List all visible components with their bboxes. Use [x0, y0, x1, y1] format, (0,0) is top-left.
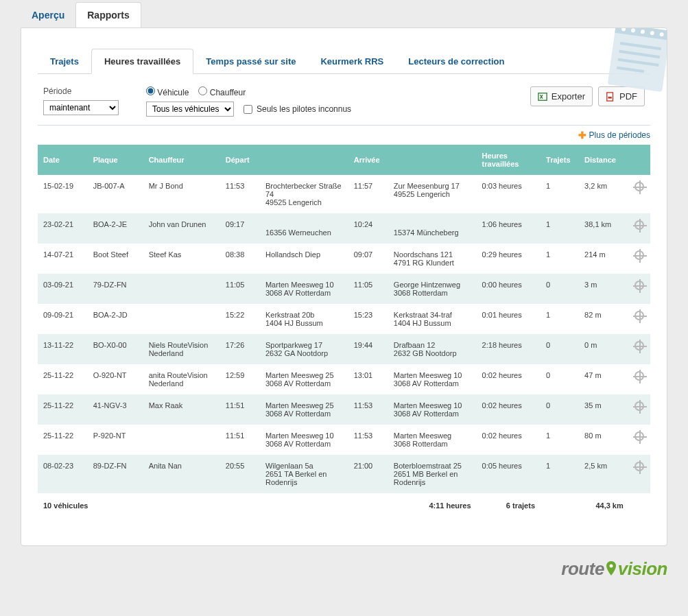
th-plate[interactable]: Plaque — [88, 145, 143, 175]
cell: George Hintzenweg 3068 Rotterdam — [388, 274, 477, 304]
unknown-only-label: Seuls les pilotes inconnus — [257, 104, 351, 114]
brand-vision: vision — [618, 558, 667, 580]
unknown-only-checkbox[interactable] — [244, 105, 252, 114]
target-icon[interactable] — [634, 371, 644, 381]
cell: 15:22 — [220, 304, 260, 334]
cell: 15-02-19 — [38, 175, 88, 213]
cell: 25-11-22 — [38, 364, 88, 394]
cell: 09:07 — [348, 244, 388, 274]
cell: 1 — [541, 244, 579, 274]
cell: 0:29 heures — [477, 244, 541, 274]
radio-vehicle-label: Véhicule — [157, 88, 189, 97]
th-date[interactable]: Date — [38, 145, 88, 175]
cell: 89-DZ-FN — [88, 455, 143, 493]
cell: BOA-2-JE — [88, 213, 143, 244]
th-dist[interactable]: Distance — [579, 145, 629, 175]
cell: 2:18 heures — [477, 334, 541, 364]
cell: 11:05 — [348, 274, 388, 304]
cell: Steef Kas — [143, 244, 220, 274]
cell: 13:01 — [348, 364, 388, 394]
radio-driver[interactable] — [198, 86, 207, 95]
cell: Boterbloemstraat 25 2651 MB Berkel en Ro… — [388, 455, 477, 493]
period-select[interactable]: maintenant — [43, 100, 119, 115]
cell: 0 — [541, 334, 579, 364]
th-dep[interactable]: Départ — [220, 145, 348, 175]
cell: 47 m — [579, 364, 629, 394]
th-arr[interactable]: Arrivée — [348, 145, 477, 175]
cell: Sportparkweg 17 2632 GA Nootdorp — [260, 334, 348, 364]
cell: 0:05 heures — [477, 455, 541, 493]
export-button[interactable]: Exporter — [530, 86, 593, 106]
cell — [143, 274, 220, 304]
table-row: 14-07-21Boot SteefSteef Kas08:38Hollands… — [38, 244, 650, 274]
th-driver[interactable]: Chauffeur — [143, 145, 220, 175]
target-icon[interactable] — [634, 431, 644, 441]
target-icon[interactable] — [634, 341, 644, 351]
notepad-decoration — [598, 27, 667, 99]
cell: Wilgenlaan 5a 2651 TA Berkel en Rodenrij… — [260, 455, 348, 493]
table-row: 13-11-22BO-X0-00Niels RouteVision Nederl… — [38, 334, 650, 364]
cell: 19:44 — [348, 334, 388, 364]
cell: 1 — [541, 425, 579, 455]
subtab-temps[interactable]: Temps passé sur site — [193, 49, 308, 73]
report-table: Date Plaque Chauffeur Départ Arrivée Heu… — [38, 145, 650, 518]
cell: 0:02 heures — [477, 364, 541, 394]
subtab-trajets[interactable]: Trajets — [38, 49, 91, 73]
cell: Marten Meesweg 3068 Rotterdam — [388, 425, 477, 455]
cell: Max Raak — [143, 394, 220, 425]
total-dist: 44,3 km — [541, 493, 629, 518]
cell: 17:26 — [220, 334, 260, 364]
cell: 21:00 — [348, 455, 388, 493]
cell: Boot Steef — [88, 244, 143, 274]
cell: Kerkstraat 20b 1404 HJ Bussum — [260, 304, 348, 334]
target-icon[interactable] — [634, 311, 644, 320]
cell: 15374 Müncheberg — [388, 213, 477, 244]
th-trips[interactable]: Trajets — [541, 145, 579, 175]
cell: Kerkstraat 34-traf 1404 HJ Bussum — [388, 304, 477, 334]
radio-driver-label: Chauffeur — [210, 88, 246, 97]
cell: 1 — [541, 175, 579, 213]
target-icon[interactable] — [634, 250, 644, 260]
cell: 15:23 — [348, 304, 388, 334]
period-label: Période — [43, 86, 119, 96]
table-row: 23-02-21BOA-2-JEJohn van Drunen09:17 163… — [38, 213, 650, 244]
subtab-keurmerk[interactable]: Keurmerk RRS — [308, 49, 396, 73]
cell: Brochterbecker Straße 74 49525 Lengerich — [260, 175, 348, 213]
more-periods-link[interactable]: Plus de périodes — [589, 130, 650, 140]
cell: Drafbaan 12 2632 GB Nootdorp — [388, 334, 477, 364]
table-row: 15-02-19JB-007-AMr J Bond11:53Brochterbe… — [38, 175, 650, 213]
brand-footer: route vision — [21, 546, 667, 589]
target-icon[interactable] — [634, 401, 644, 411]
cell: Zur Meesenburg 17 49525 Lengerich — [388, 175, 477, 213]
cell: 0:00 heures — [477, 274, 541, 304]
cell: Marten Meesweg 25 3068 AV Rotterdam — [260, 394, 348, 425]
cell: 35 m — [579, 394, 629, 425]
cell: BO-X0-00 — [88, 334, 143, 364]
target-icon[interactable] — [634, 462, 644, 471]
table-row: 25-11-2241-NGV-3Max Raak11:51Marten Mees… — [38, 394, 650, 425]
cell — [143, 304, 220, 334]
vehicle-select[interactable]: Tous les véhicules — [146, 102, 234, 117]
cell: 1 — [541, 304, 579, 334]
export-label: Exporter — [551, 91, 585, 102]
cell: 11:51 — [220, 425, 260, 455]
cell: O-920-NT — [88, 364, 143, 394]
target-icon[interactable] — [634, 182, 644, 191]
tab-overview[interactable]: Aperçu — [21, 3, 75, 27]
radio-vehicle[interactable] — [146, 86, 155, 95]
cell: 11:53 — [348, 394, 388, 425]
cell: Marten Meesweg 10 3068 AV Rotterdam — [388, 394, 477, 425]
subtab-heures[interactable]: Heures travaillées — [91, 49, 193, 74]
cell: JB-007-A — [88, 175, 143, 213]
cell: 0 m — [579, 334, 629, 364]
tab-reports[interactable]: Rapports — [75, 2, 141, 27]
cell: 38,1 km — [579, 213, 629, 244]
th-hours[interactable]: Heures travaillées — [477, 145, 541, 175]
target-icon[interactable] — [634, 220, 644, 230]
subtab-lecteurs[interactable]: Lecteurs de correction — [396, 49, 517, 73]
target-icon[interactable] — [634, 281, 644, 290]
cell: 11:53 — [348, 425, 388, 455]
cell: 0:02 heures — [477, 425, 541, 455]
cell: 0:01 heures — [477, 304, 541, 334]
table-row: 08-02-2389-DZ-FNAnita Nan20:55Wilgenlaan… — [38, 455, 650, 493]
